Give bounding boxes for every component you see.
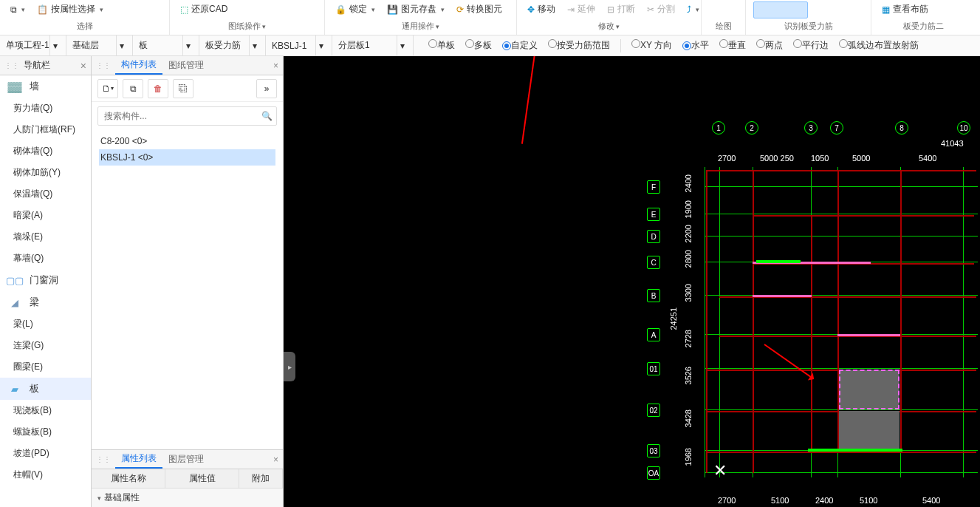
nav-item[interactable]: 柱帽(V) xyxy=(0,464,91,486)
dim-text: 1900 xyxy=(684,200,693,218)
grid-line xyxy=(705,295,978,296)
type2-selector[interactable]: 板受力筋▾ xyxy=(199,35,266,55)
nav-item[interactable]: 砌体加筋(Y) xyxy=(0,162,91,183)
copy-button[interactable]: ⧉ xyxy=(123,79,143,98)
restore-cad-button[interactable]: ⬚还原CAD xyxy=(177,1,230,17)
nav-cat-slab[interactable]: ▰板 xyxy=(0,378,91,400)
slab-element[interactable] xyxy=(839,411,900,451)
move-button[interactable]: ✥移动 xyxy=(524,1,558,17)
radio-xy[interactable]: XY 方向 xyxy=(631,39,672,52)
curve-button[interactable]: ⤴▾ xyxy=(684,3,702,16)
nav-item[interactable]: 坡道(PD) xyxy=(0,443,91,464)
more-button[interactable]: » xyxy=(256,79,277,98)
place-rebar-button[interactable]: 布置受力筋 xyxy=(753,1,808,18)
grid-marker: 2 xyxy=(745,121,758,135)
tab-drawing-mgmt[interactable]: 图纸管理 xyxy=(162,56,210,75)
component-selector[interactable]: KBSLJ-1▾ xyxy=(266,35,332,55)
group-label-drawing: 图纸操作▾ xyxy=(177,21,317,33)
nav-item[interactable]: 螺旋板(B) xyxy=(0,421,91,443)
nav-sidebar: ⋮⋮ 导航栏 × ▓▓墙 剪力墙(Q) 人防门框墙(RF) 砌体墙(Q) 砌体加… xyxy=(0,56,92,507)
radio-range[interactable]: 按受力筋范围 xyxy=(548,39,610,52)
radio-two[interactable]: 两点 xyxy=(756,39,783,52)
tab-property-list[interactable]: 属性列表 xyxy=(115,450,162,469)
split-button: ✂分割 xyxy=(644,1,678,17)
dim-text: 5000 250 xyxy=(760,154,794,163)
nav-cat-beam[interactable]: ◢梁 xyxy=(0,291,91,313)
drag-handle-icon[interactable]: ⋮⋮ xyxy=(96,455,111,463)
grid-marker: 01 xyxy=(647,362,660,375)
nav-list[interactable]: ▓▓墙 剪力墙(Q) 人防门框墙(RF) 砌体墙(Q) 砌体加筋(Y) 保温墙(… xyxy=(0,75,91,507)
duplicate-button[interactable]: ⿻ xyxy=(173,79,193,98)
component-item-selected[interactable]: KBSLJ-1 <0> xyxy=(99,149,275,166)
nav-item[interactable]: 暗梁(A) xyxy=(0,205,91,226)
nav-item[interactable]: 保温墙(Q) xyxy=(0,183,91,205)
selected-slab[interactable] xyxy=(839,370,900,409)
nav-item[interactable]: 现浇板(B) xyxy=(0,400,91,421)
nav-item[interactable]: 砌体墙(Q) xyxy=(0,140,91,162)
layer-selector[interactable]: 基础层▾ xyxy=(66,35,133,55)
prop-group-basic[interactable]: ▾基础属性 xyxy=(92,489,283,507)
nav-item[interactable]: 剪力墙(Q) xyxy=(0,98,91,119)
radio-parallel[interactable]: 平行边 xyxy=(793,39,829,52)
expand-panel-button[interactable]: ▸ xyxy=(284,352,295,381)
wall-line xyxy=(706,452,976,453)
nav-item[interactable]: 墙垛(E) xyxy=(0,226,91,248)
convert-element-button[interactable]: ⟳转换图元 xyxy=(453,1,505,17)
dim-text: 2728 xyxy=(684,330,693,347)
save-element-button[interactable]: 💾图元存盘▾ xyxy=(384,1,448,17)
grid-marker: A xyxy=(647,328,660,341)
type1-selector[interactable]: 板▾ xyxy=(133,35,199,55)
nav-item[interactable]: 圈梁(E) xyxy=(0,356,91,378)
search-icon[interactable]: 🔍 xyxy=(261,111,273,121)
view-rebar-button[interactable]: ▦查看布筋 xyxy=(879,1,931,17)
comp-close-button[interactable]: × xyxy=(273,61,278,71)
radio-multi[interactable]: 多板 xyxy=(465,39,492,52)
nav-close-button[interactable]: × xyxy=(80,60,86,72)
dim-text: 5400 xyxy=(922,496,940,505)
component-tabs: ⋮⋮ 构件列表 图纸管理 × xyxy=(92,56,283,75)
dim-text: 5100 xyxy=(771,496,789,505)
radio-vert[interactable]: 垂直 xyxy=(719,39,746,52)
grid-marker: E xyxy=(647,208,660,221)
delete-button[interactable]: 🗑 xyxy=(148,79,168,98)
rebar-line xyxy=(837,334,900,336)
project-selector[interactable]: 单项工程-1▾ xyxy=(0,35,66,55)
radio-custom[interactable]: 自定义 xyxy=(502,39,538,52)
nav-cat-wall[interactable]: ▓▓墙 xyxy=(0,75,91,98)
select-by-attr-button[interactable]: 📋按属性选择▾ xyxy=(34,1,106,17)
lock-button[interactable]: 🔒锁定▾ xyxy=(332,1,378,17)
prop-col-value: 属性值 xyxy=(165,469,239,488)
radio-arc[interactable]: 弧线边布置放射筋 xyxy=(839,39,919,52)
radio-single[interactable]: 单板 xyxy=(428,39,455,52)
cad-canvas[interactable]: ▸ .arrow-red:nth-of-type(2)::after{top:-… xyxy=(284,56,980,507)
nav-cat-door[interactable]: ▢▢门窗洞 xyxy=(0,269,91,291)
grid-marker: 03 xyxy=(647,444,660,457)
drag-handle-icon[interactable]: ⋮⋮ xyxy=(4,61,19,69)
prop-close-button[interactable]: × xyxy=(273,455,278,465)
nav-item[interactable]: 梁(L) xyxy=(0,313,91,335)
tab-layer-mgmt[interactable]: 图层管理 xyxy=(162,450,210,469)
grid-line xyxy=(705,236,978,237)
grid-line xyxy=(705,409,978,410)
component-items: C8-200 <0> KBSLJ-1 <0> xyxy=(92,130,283,449)
comp-toolbar: 🗋▾ ⧉ 🗑 ⿻ » xyxy=(92,75,283,102)
component-item[interactable]: C8-200 <0> xyxy=(99,133,275,149)
selector-bar: 单项工程-1▾ 基础层▾ 板▾ 板受力筋▾ KBSLJ-1▾ 分层板1▾ 单板 … xyxy=(0,35,980,56)
sublayer-selector[interactable]: 分层板1▾ xyxy=(332,35,414,55)
annotation-arrow-2 xyxy=(764,344,813,379)
dim-text: 1050 xyxy=(811,154,829,163)
nav-title: 导航栏 xyxy=(24,59,80,72)
grid-line xyxy=(705,368,978,369)
drag-handle-icon[interactable]: ⋮⋮ xyxy=(96,61,111,69)
tab-component-list[interactable]: 构件列表 xyxy=(115,56,162,75)
wall-line xyxy=(811,215,812,452)
search-input[interactable] xyxy=(97,106,277,126)
nav-item[interactable]: 连梁(G) xyxy=(0,335,91,356)
dim-text: 5100 xyxy=(860,496,877,505)
nav-item[interactable]: 人防门框墙(RF) xyxy=(0,119,91,140)
grid-line xyxy=(705,214,978,214)
new-button[interactable]: 🗋▾ xyxy=(97,79,118,98)
nav-item[interactable]: 幕墙(Q) xyxy=(0,248,91,269)
filter-button[interactable]: ⧉▾ xyxy=(7,3,28,16)
radio-horiz[interactable]: 水平 xyxy=(682,39,709,52)
